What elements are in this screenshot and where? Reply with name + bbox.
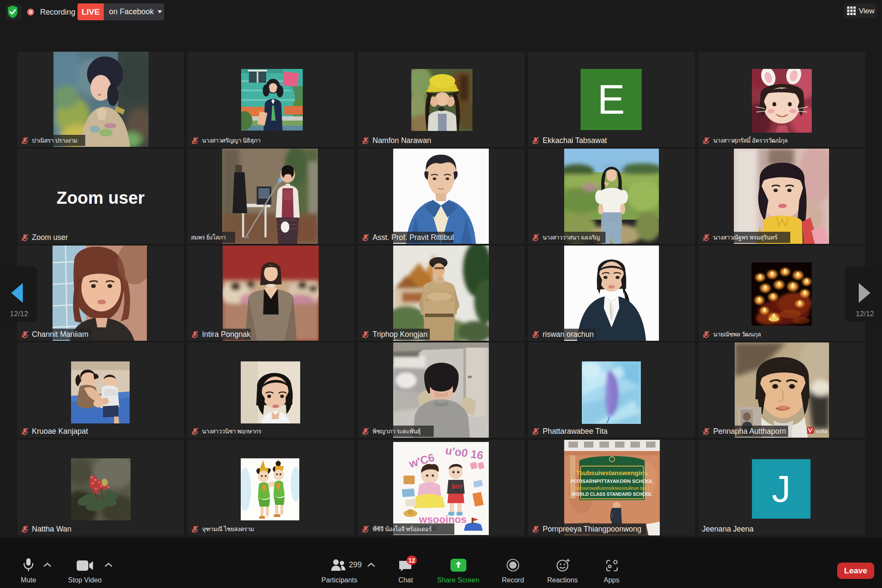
svg-text:dninounswafiusnnsAnwusouAnun t: dninounswafiusnnsAnwusouAnun tuo 1	[575, 486, 650, 491]
svg-text:voilà: voilà	[816, 428, 828, 434]
svg-text:POTISARNPITTAYAKORN SCHOOL: POTISARNPITTAYAKORN SCHOOL	[571, 479, 653, 484]
svg-text:WORLD CLASS STANDARD SCHOOL: WORLD CLASS STANDARD SCHOOL	[571, 492, 652, 497]
svg-text:Tsubsuiwstanswengins: Tsubsuiwstanswengins	[576, 469, 648, 476]
svg-text:BOY: BOY	[452, 484, 463, 490]
